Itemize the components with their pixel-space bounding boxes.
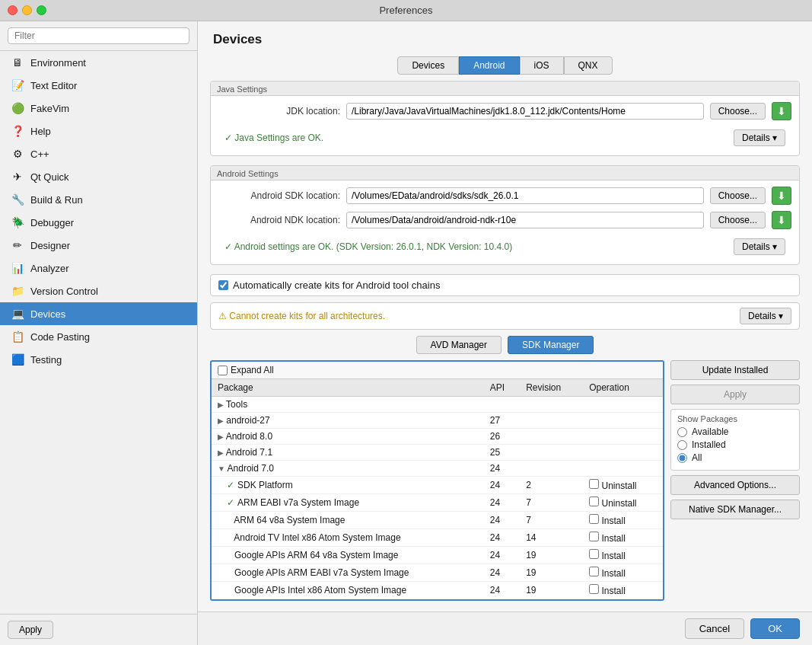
titlebar: Preferences	[0, 0, 812, 21]
col-api: API	[484, 379, 520, 397]
operation-checkbox[interactable]	[589, 497, 599, 506]
auto-create-checkbox[interactable]	[218, 280, 228, 290]
table-row[interactable]: Android TV Intel x86 Atom System Image24…	[212, 529, 663, 547]
advanced-options-button[interactable]: Advanced Options...	[670, 475, 800, 495]
java-section-content: JDK location: Choose... ⬇ ✓ Java Setting…	[211, 96, 799, 155]
expand-all-checkbox[interactable]	[218, 366, 228, 375]
tab-devices[interactable]: Devices	[397, 56, 459, 75]
android-sdk-download-button[interactable]: ⬇	[772, 187, 791, 205]
update-installed-button[interactable]: Update Installed	[670, 360, 800, 380]
avd-manager-button[interactable]: AVD Manager	[416, 336, 502, 354]
android-sdk-input[interactable]	[346, 187, 704, 204]
android-ndk-download-button[interactable]: ⬇	[772, 211, 791, 229]
sidebar-item-code-pasting[interactable]: 📋Code Pasting	[0, 325, 197, 348]
native-sdk-button[interactable]: Native SDK Manager...	[670, 500, 800, 519]
content-body: Java Settings JDK location: Choose... ⬇ …	[198, 81, 812, 611]
operation-checkbox[interactable]	[589, 479, 599, 489]
sidebar-item-environment[interactable]: 🖥Environment	[0, 51, 197, 74]
fakevim-icon: 🟢	[11, 101, 24, 115]
tab-android[interactable]: Android	[459, 56, 519, 75]
warn-row: ⚠ Cannot create kits for all architectur…	[210, 302, 800, 330]
java-details-button[interactable]: Details ▾	[734, 129, 785, 146]
table-row[interactable]: Google APIs Intel x86 Atom System Image2…	[212, 582, 663, 599]
sidebar-item-fakevim[interactable]: 🟢FakeVim	[0, 97, 197, 120]
sidebar-item-analyzer[interactable]: 📊Analyzer	[0, 257, 197, 279]
operation-cell	[583, 461, 663, 477]
android-sdk-row: Android SDK location: Choose... ⬇	[218, 187, 791, 205]
operation-cell: Uninstall	[583, 494, 663, 512]
revision-cell: 14	[520, 529, 583, 547]
table-row[interactable]: ARM 64 v8a System Image247 Install	[212, 512, 663, 529]
api-cell: 26	[484, 429, 520, 445]
sdk-table: Package API Revision Operation ▶ Tools▶ …	[212, 379, 663, 599]
android-settings-section: Android Settings Android SDK location: C…	[210, 165, 800, 265]
sdk-apply-button[interactable]: Apply	[670, 385, 800, 404]
sidebar-item-debugger[interactable]: 🪲Debugger	[0, 211, 197, 234]
jdk-choose-button[interactable]: Choose...	[710, 103, 766, 120]
debugger-icon: 🪲	[11, 216, 24, 229]
table-row[interactable]: ✓ARM EABI v7a System Image247 Uninstall	[212, 494, 663, 512]
window-controls[interactable]	[8, 5, 46, 15]
col-operation: Operation	[583, 379, 663, 397]
android-details-button[interactable]: Details ▾	[734, 238, 785, 255]
ok-button[interactable]: OK	[750, 618, 800, 639]
minimize-button[interactable]	[22, 5, 32, 15]
operation-checkbox[interactable]	[589, 514, 599, 524]
radio-all[interactable]	[677, 453, 687, 463]
maximize-button[interactable]	[37, 5, 46, 15]
close-button[interactable]	[8, 5, 18, 15]
jdk-location-input[interactable]	[346, 103, 704, 120]
sidebar-item-build-run[interactable]: 🔧Build & Run	[0, 188, 197, 211]
sidebar-items-list: 🖥Environment📝Text Editor🟢FakeVim❓Help⚙C+…	[0, 51, 197, 614]
android-ndk-row: Android NDK location: Choose... ⬇	[218, 211, 791, 229]
tab-qnx[interactable]: QNX	[564, 56, 613, 75]
package-name: ▶ Android 8.0	[212, 429, 484, 445]
android-status-row: ✓ Android settings are OK. (SDK Version:…	[218, 235, 791, 258]
table-row[interactable]: ▼ Android 7.024	[212, 461, 663, 477]
sidebar-item-devices[interactable]: 💻Devices	[0, 302, 197, 325]
table-row[interactable]: ▶ Android 7.125	[212, 445, 663, 461]
table-row[interactable]: ✓SDK Platform242 Uninstall	[212, 477, 663, 494]
table-row[interactable]: Google APIs ARM EABI v7a System Image241…	[212, 564, 663, 582]
android-ndk-choose-button[interactable]: Choose...	[710, 212, 766, 228]
table-row[interactable]: ▶ Android 8.026	[212, 429, 663, 445]
package-name: ✓ARM EABI v7a System Image	[212, 494, 484, 512]
operation-checkbox[interactable]	[589, 567, 599, 576]
jdk-download-button[interactable]: ⬇	[772, 102, 791, 120]
warn-details-button[interactable]: Details ▾	[740, 308, 791, 324]
radio-available[interactable]	[677, 427, 687, 437]
sidebar-item-qt-quick[interactable]: ✈Qt Quick	[0, 165, 197, 188]
radio-installed[interactable]	[677, 440, 687, 450]
sidebar-item-text-editor[interactable]: 📝Text Editor	[0, 74, 197, 97]
sidebar-item-version-control[interactable]: 📁Version Control	[0, 279, 197, 302]
sidebar-item-label: Environment	[30, 57, 86, 69]
table-row[interactable]: ▶ android-2727	[212, 413, 663, 429]
operation-cell: Install	[583, 529, 663, 547]
operation-checkbox[interactable]	[589, 532, 599, 541]
help-icon: ❓	[11, 124, 24, 138]
android-section-label: Android Settings	[211, 166, 799, 180]
sidebar-apply-button[interactable]: Apply	[8, 621, 53, 639]
android-sdk-choose-button[interactable]: Choose...	[710, 187, 766, 204]
code-pasting-icon: 📋	[11, 330, 24, 343]
table-row[interactable]: ▶ Tools	[212, 397, 663, 413]
sidebar-item-designer[interactable]: ✏Designer	[0, 234, 197, 257]
tab-ios[interactable]: iOS	[520, 56, 564, 75]
sidebar-item-cpp[interactable]: ⚙C++	[0, 142, 197, 165]
jdk-location-row: JDK location: Choose... ⬇	[218, 102, 791, 120]
revision-cell: 19	[520, 582, 583, 599]
designer-icon: ✏	[11, 238, 24, 252]
sidebar-item-label: Qt Quick	[30, 171, 69, 183]
operation-checkbox[interactable]	[589, 584, 599, 594]
cancel-button[interactable]: Cancel	[685, 618, 744, 639]
operation-checkbox[interactable]	[589, 549, 599, 559]
table-row[interactable]: Google APIs ARM 64 v8a System Image2419 …	[212, 547, 663, 564]
android-ndk-input[interactable]	[346, 212, 704, 228]
sidebar-item-testing[interactable]: 🟦Testing	[0, 348, 197, 371]
sdk-manager-button[interactable]: SDK Manager	[508, 336, 594, 354]
java-status-row: ✓ Java Settings are OK. Details ▾	[218, 126, 791, 149]
col-package: Package	[212, 379, 484, 397]
filter-input[interactable]	[8, 27, 189, 44]
operation-cell: Install	[583, 582, 663, 599]
sidebar-item-help[interactable]: ❓Help	[0, 120, 197, 142]
